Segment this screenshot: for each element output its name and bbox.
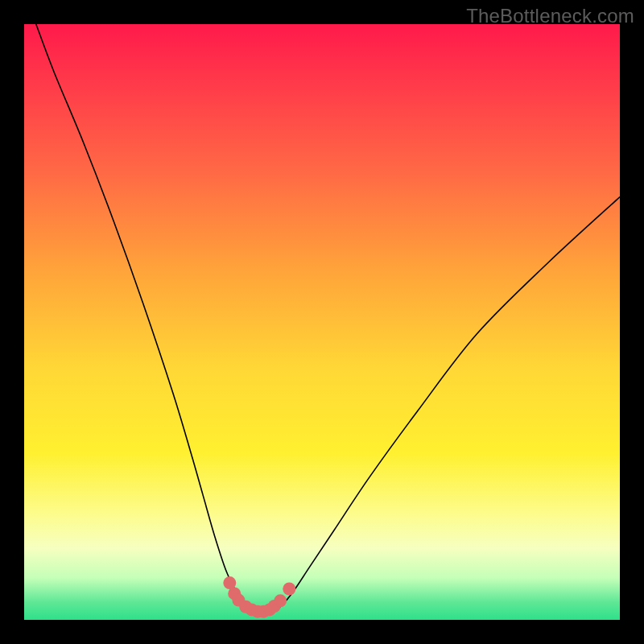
highlight-dot [283, 583, 295, 596]
watermark-text: TheBottleneck.com [466, 5, 634, 27]
highlight-dot [274, 594, 287, 607]
chart-plot-area [24, 24, 620, 620]
highlight-dots [223, 576, 295, 618]
chart-svg [24, 24, 620, 620]
chart-frame: TheBottleneck.com [0, 0, 644, 644]
bottleneck-curve [36, 24, 620, 613]
